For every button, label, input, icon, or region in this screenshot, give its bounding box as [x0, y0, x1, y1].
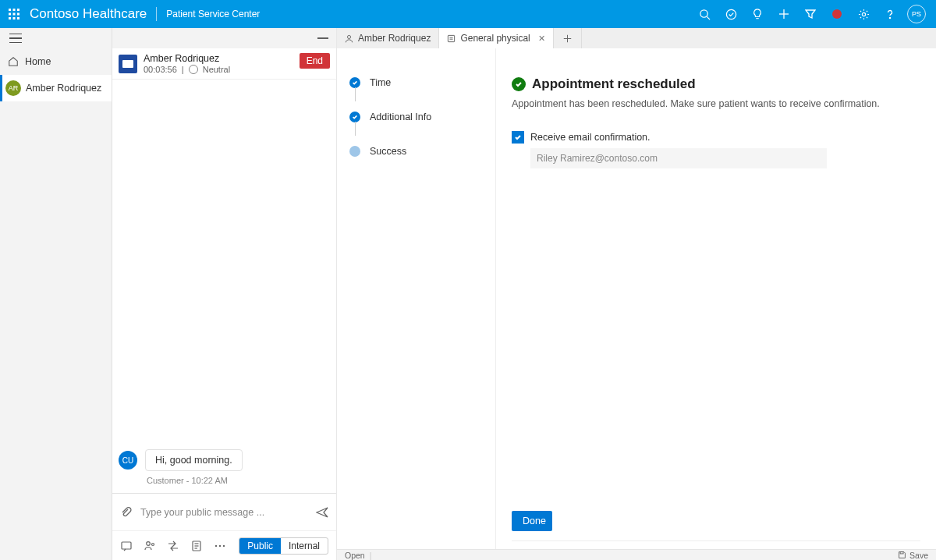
chat-sentiment: Neutral [203, 65, 230, 74]
minimize-icon[interactable] [317, 37, 328, 38]
svg-point-27 [347, 35, 350, 38]
notes-icon[interactable] [190, 540, 203, 552]
visibility-toggle: Public Internal [239, 537, 328, 555]
gear-icon[interactable] [850, 0, 877, 28]
search-icon[interactable] [691, 0, 718, 28]
chat-window-controls [112, 28, 336, 48]
svg-point-18 [147, 541, 151, 545]
step-label: Additional Info [370, 112, 431, 122]
chat-duration: 00:03:56 [144, 65, 177, 74]
step-additional-info[interactable]: Additional Info [349, 100, 486, 134]
user-avatar[interactable]: PS [903, 0, 930, 28]
more-icon[interactable] [214, 540, 226, 552]
status-open[interactable]: Open [345, 551, 365, 560]
plus-icon [563, 34, 572, 43]
chat-input[interactable] [140, 507, 308, 518]
svg-rect-17 [122, 542, 131, 549]
nav-home[interactable]: Home [0, 48, 112, 75]
close-icon[interactable]: ✕ [538, 34, 545, 44]
patient-avatar: AR [5, 80, 21, 96]
svg-rect-2 [17, 9, 20, 11]
lightbulb-icon[interactable] [744, 0, 771, 28]
visibility-public[interactable]: Public [239, 538, 281, 554]
svg-point-9 [700, 9, 707, 16]
chat-header-name: Amber Rodriquez [144, 53, 230, 64]
email-field[interactable]: Riley Ramirez@contoso.com [530, 148, 827, 168]
area-title: Patient Service Center [166, 9, 260, 19]
chat-transcript: CU Hi, good morning. Customer - 10:22 AM [112, 80, 336, 493]
tab-strip: Amber Rodriquez General physical ✕ [337, 28, 936, 48]
tab-add[interactable] [554, 28, 582, 48]
chat-header: Amber Rodriquez 00:03:56 | Neutral End [112, 48, 336, 80]
global-header: Contoso Healthcare Patient Service Cente… [0, 0, 936, 28]
email-confirmation-label: Receive email confirmation. [530, 132, 651, 143]
tab-record-label: General physical [460, 33, 530, 44]
page-subtext: Appointment has been rescheduled. Make s… [512, 98, 920, 109]
email-value: Riley Ramirez@contoso.com [537, 153, 658, 164]
brand-title: Contoso Healthcare [30, 6, 147, 22]
svg-rect-3 [9, 13, 11, 16]
attachment-icon[interactable] [120, 506, 133, 519]
svg-rect-0 [9, 9, 11, 11]
app-launcher-icon[interactable] [6, 6, 22, 22]
save-icon [898, 551, 906, 559]
person-icon [345, 34, 353, 43]
quick-reply-icon[interactable] [120, 540, 133, 552]
svg-point-26 [223, 544, 225, 546]
step-time[interactable]: Time [349, 66, 486, 100]
send-icon[interactable] [316, 506, 328, 519]
success-icon [512, 77, 526, 91]
email-confirmation-checkbox[interactable] [512, 131, 524, 144]
svg-point-25 [219, 544, 221, 546]
chat-message: CU Hi, good morning. [119, 449, 330, 471]
svg-rect-5 [17, 13, 20, 16]
chat-header-meta: 00:03:56 | Neutral [144, 65, 230, 74]
task-icon[interactable] [718, 0, 744, 28]
hamburger-icon[interactable] [9, 34, 22, 43]
sentiment-face-icon [189, 65, 198, 74]
add-icon[interactable] [771, 0, 797, 28]
content-divider [512, 541, 920, 541]
main-content: Appointment rescheduled Appointment has … [496, 48, 936, 549]
nav-home-label: Home [25, 56, 51, 67]
consult-icon[interactable] [144, 540, 156, 552]
svg-rect-33 [900, 552, 903, 554]
chat-message-text: Hi, good morning. [145, 449, 243, 471]
svg-point-11 [726, 9, 736, 19]
tab-person-label: Amber Rodriquez [358, 33, 431, 44]
page-heading: Appointment rescheduled [532, 76, 696, 92]
step-dot-complete [349, 77, 360, 88]
svg-rect-4 [13, 13, 16, 16]
svg-rect-28 [448, 35, 455, 41]
nav-patient-name: Amber Rodriquez [26, 83, 101, 94]
filter-icon[interactable] [797, 0, 824, 28]
header-divider [156, 7, 157, 21]
record-indicator-icon[interactable] [824, 0, 850, 28]
svg-point-24 [215, 544, 217, 546]
svg-rect-8 [17, 17, 20, 19]
nav-patient-active[interactable]: AR Amber Rodriquez [0, 75, 112, 101]
chat-panel: Amber Rodriquez 00:03:56 | Neutral End C… [112, 28, 337, 560]
step-label: Success [370, 146, 406, 157]
form-icon [447, 34, 456, 43]
tab-person[interactable]: Amber Rodriquez [337, 28, 439, 48]
left-nav: Home AR Amber Rodriquez [0, 28, 112, 560]
step-success[interactable]: Success [349, 134, 486, 168]
end-button[interactable]: End [300, 53, 330, 69]
tab-record[interactable]: General physical ✕ [439, 28, 553, 48]
help-icon[interactable] [877, 0, 903, 28]
chat-input-row [112, 493, 336, 530]
save-label: Save [909, 551, 928, 560]
svg-rect-6 [9, 17, 11, 19]
transfer-icon[interactable] [167, 540, 179, 552]
save-button[interactable]: Save [898, 551, 928, 560]
home-icon [8, 56, 19, 67]
svg-point-15 [862, 12, 865, 16]
email-confirmation-row: Receive email confirmation. [512, 131, 920, 144]
chat-message-timestamp: Customer - 10:22 AM [147, 476, 330, 485]
status-bar: Open | Save [337, 549, 936, 560]
svg-rect-7 [13, 17, 16, 19]
svg-line-10 [707, 16, 710, 19]
done-button[interactable]: Done [512, 511, 552, 531]
visibility-internal[interactable]: Internal [281, 538, 328, 554]
